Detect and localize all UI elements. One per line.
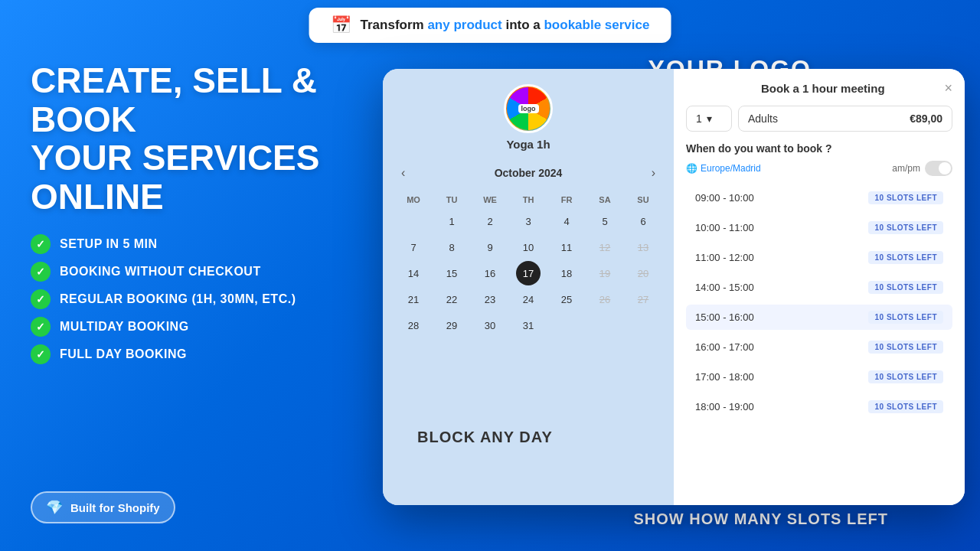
modal-container: logo Yoga 1h ‹ October 2024 › MOTUWETHFR… (383, 69, 965, 505)
time-slot[interactable]: 16:00 - 17:00 10 SLOTS LEFT (686, 334, 952, 360)
feature-item: ✓BOOKING WITHOUT CHECKOUT (31, 262, 375, 282)
time-slot[interactable]: 17:00 - 18:00 10 SLOTS LEFT (686, 364, 952, 390)
calendar-day-cell[interactable]: 22 (439, 287, 464, 311)
logo-inner: logo (507, 87, 550, 130)
calendar-day-cell[interactable]: 29 (439, 313, 464, 337)
time-range: 15:00 - 16:00 (695, 311, 754, 323)
calendar-day-cell: 13 (631, 235, 655, 259)
calendar-day-cell[interactable]: 2 (478, 209, 502, 233)
calendar-grid: MOTUWETHFRSASU12345678910111213141516171… (395, 192, 662, 337)
time-range: 11:00 - 12:00 (695, 252, 754, 263)
calendar-nav: ‹ October 2024 › (395, 163, 662, 183)
service-logo: logo Yoga 1h (395, 84, 662, 151)
shopify-badge: 💎 Built for Shopify (31, 491, 175, 523)
calendar-day-header: SA (586, 192, 623, 207)
ampm-switch[interactable] (925, 161, 952, 176)
slots-badge: 10 SLOTS LEFT (868, 221, 943, 234)
adults-field[interactable]: Adults €89,00 (738, 106, 952, 132)
selector-row: 1 ▾ Adults €89,00 (686, 106, 952, 132)
calendar-day-header: WE (472, 192, 508, 207)
slots-badge: 10 SLOTS LEFT (868, 251, 943, 264)
calendar-day-header: TH (510, 192, 547, 207)
timezone-row: 🌐 Europe/Madrid am/pm (686, 161, 952, 176)
slots-badge: 10 SLOTS LEFT (868, 191, 943, 204)
logo-text: logo (518, 104, 539, 113)
calendar-day-cell: 27 (631, 287, 655, 311)
slots-badge: 10 SLOTS LEFT (868, 281, 943, 294)
booking-title: Book a 1 hour meeting (701, 82, 944, 95)
main-heading: CREATE, SELL & BOOK YOUR SERVICES ONLINE (31, 61, 375, 216)
time-slot[interactable]: 15:00 - 16:00 10 SLOTS LEFT (686, 305, 952, 330)
calendar-day-cell[interactable]: 15 (439, 261, 464, 285)
calendar-day-cell[interactable]: 10 (516, 235, 541, 259)
close-button[interactable]: × (944, 81, 952, 95)
calendar-day-cell[interactable]: 23 (478, 287, 502, 311)
check-icon: ✓ (31, 317, 51, 337)
service-name: Yoga 1h (506, 138, 550, 151)
check-icon: ✓ (31, 234, 51, 254)
time-range: 09:00 - 10:00 (695, 192, 754, 204)
feature-item: ✓FULL DAY BOOKING (31, 344, 375, 364)
calendar-day-cell[interactable]: 1 (439, 209, 464, 233)
time-slot[interactable]: 10:00 - 11:00 10 SLOTS LEFT (686, 215, 952, 240)
features-list: ✓SETUP IN 5 MIN✓BOOKING WITHOUT CHECKOUT… (31, 234, 375, 364)
feature-item: ✓REGULAR BOOKING (1h, 30mn, etc.) (31, 289, 375, 309)
calendar-day-cell: 20 (631, 261, 655, 285)
calendar-day-cell[interactable]: 9 (478, 235, 502, 259)
feature-item: ✓MULTIDAY BOOKING (31, 317, 375, 337)
calendar-day-cell[interactable]: 5 (593, 209, 617, 233)
booking-panel[interactable]: Book a 1 hour meeting × 1 ▾ Adults €89,0… (674, 69, 965, 505)
check-icon: ✓ (31, 262, 51, 282)
shopify-label: Built for Shopify (70, 501, 160, 514)
calendar-day-cell (554, 313, 579, 337)
calendar-day-cell (593, 313, 617, 337)
time-slots-container: 09:00 - 10:00 10 SLOTS LEFT 10:00 - 11:0… (686, 185, 952, 419)
calendar-day-cell[interactable]: 7 (401, 235, 426, 259)
price-tag: €89,00 (910, 112, 942, 125)
time-slot[interactable]: 11:00 - 12:00 10 SLOTS LEFT (686, 245, 952, 270)
calendar-day-cell[interactable]: 25 (554, 287, 579, 311)
logo-circle: logo (504, 84, 553, 133)
next-month-button[interactable]: › (645, 163, 662, 183)
banner-text: Transform any product into a bookable se… (361, 18, 650, 33)
calendar-day-cell[interactable]: 6 (631, 209, 655, 233)
calendar-day-cell (401, 209, 426, 233)
check-icon: ✓ (31, 289, 51, 309)
time-slot[interactable]: 14:00 - 15:00 10 SLOTS LEFT (686, 275, 952, 300)
calendar-day-cell: 26 (593, 287, 617, 311)
calendar-day-cell[interactable]: 24 (516, 287, 541, 311)
time-range: 14:00 - 15:00 (695, 282, 754, 293)
calendar-day-cell[interactable]: 14 (401, 261, 426, 285)
calendar-day-cell[interactable]: 18 (554, 261, 579, 285)
calendar-day-cell[interactable]: 3 (516, 209, 541, 233)
calendar-day-cell[interactable]: 16 (478, 261, 502, 285)
time-slot[interactable]: 18:00 - 19:00 10 SLOTS LEFT (686, 394, 952, 419)
calendar-day-cell[interactable]: 11 (554, 235, 579, 259)
time-range: 10:00 - 11:00 (695, 222, 754, 233)
calendar-icon: 📅 (331, 15, 351, 35)
feature-item: ✓SETUP IN 5 MIN (31, 234, 375, 254)
booking-header: Book a 1 hour meeting × (686, 81, 952, 95)
calendar-day-cell[interactable]: 21 (401, 287, 426, 311)
check-icon: ✓ (31, 344, 51, 364)
prev-month-button[interactable]: ‹ (395, 163, 411, 183)
diamond-icon: 💎 (46, 499, 63, 516)
when-label: When do you want to book ? (686, 142, 952, 155)
calendar-day-cell[interactable]: 30 (478, 313, 502, 337)
calendar-day-cell[interactable]: 4 (554, 209, 579, 233)
time-range: 16:00 - 17:00 (695, 341, 754, 353)
calendar-day-header: SU (625, 192, 662, 207)
calendar-day-cell[interactable]: 17 (516, 261, 541, 285)
calendar-day-cell[interactable]: 8 (439, 235, 464, 259)
calendar-day-cell (631, 313, 655, 337)
calendar-day-cell[interactable]: 31 (516, 313, 541, 337)
slots-badge: 10 SLOTS LEFT (868, 370, 943, 383)
top-banner: 📅 Transform any product into a bookable … (309, 8, 671, 43)
calendar-day-cell: 19 (593, 261, 617, 285)
time-range: 18:00 - 19:00 (695, 401, 754, 412)
timezone-link[interactable]: 🌐 Europe/Madrid (686, 163, 761, 174)
quantity-select[interactable]: 1 ▾ (686, 106, 732, 132)
calendar-day-header: TU (433, 192, 470, 207)
time-slot[interactable]: 09:00 - 10:00 10 SLOTS LEFT (686, 185, 952, 210)
calendar-day-cell[interactable]: 28 (401, 313, 426, 337)
